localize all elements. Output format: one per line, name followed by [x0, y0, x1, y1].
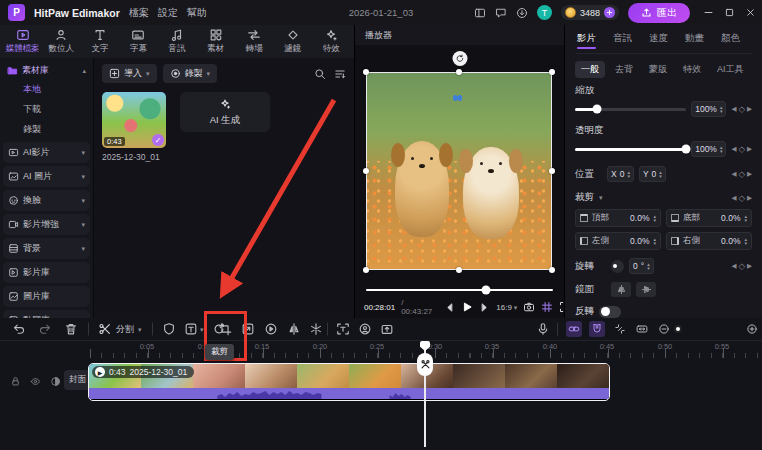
opacity-slider-knob[interactable] — [682, 145, 691, 154]
voiceover-mic-icon[interactable] — [536, 322, 550, 336]
media-clip-thumbnail[interactable]: 0:43 ✓ — [102, 92, 166, 148]
caption-frame-icon[interactable] — [336, 322, 350, 336]
sidebar-group-image-library[interactable]: 圖片庫 — [3, 286, 90, 307]
zoom-slider-knob[interactable] — [674, 325, 682, 333]
crop-top-field[interactable]: 頂部0.0%▴▾ — [575, 209, 661, 227]
import-button[interactable]: 導入▾ — [102, 64, 157, 83]
fit-timeline-icon[interactable] — [636, 323, 648, 335]
collapse-icon[interactable]: ▴ — [82, 67, 86, 74]
subtab-ai-tools[interactable]: AI工具 — [711, 61, 750, 78]
layout-panels-icon[interactable] — [474, 7, 486, 19]
freeze-frame-icon[interactable] — [309, 322, 323, 336]
stepper-icon[interactable]: ▴▾ — [653, 214, 656, 222]
stepper-icon[interactable]: ▴▾ — [744, 237, 747, 245]
rotate-value-field[interactable]: 0°▴▾ — [629, 258, 654, 274]
maximize-button[interactable] — [724, 7, 735, 18]
sidebar-item-recordings[interactable]: 錄製 — [3, 120, 90, 139]
scale-slider[interactable] — [575, 108, 686, 111]
menu-help[interactable]: 幫助 — [187, 6, 207, 20]
stepper-icon[interactable]: ▴▾ — [653, 237, 656, 245]
crop-left-field[interactable]: 左側0.0%▴▾ — [575, 232, 661, 250]
sort-list-icon[interactable] — [334, 68, 346, 80]
tab-audio-props[interactable]: 音訊 — [613, 32, 632, 48]
tab-elements[interactable]: 素材 — [197, 28, 235, 55]
scale-value-field[interactable]: 100%▴▾ — [691, 101, 726, 117]
video-frame[interactable] — [366, 72, 552, 270]
tab-video[interactable]: 影片 — [577, 32, 596, 48]
sidebar-item-downloads[interactable]: 下載 — [3, 100, 90, 119]
tab-subtitles[interactable]: 字幕 — [120, 28, 158, 55]
crop-bottom-field[interactable]: 底部0.0%▴▾ — [666, 209, 752, 227]
position-keyframe-controls[interactable]: ◀◇▶ — [731, 169, 752, 179]
reverse-toggle[interactable] — [599, 306, 621, 318]
sidebar-library-header[interactable]: 素材庫 ▴ — [3, 62, 90, 79]
playback-progress-bar[interactable] — [366, 289, 553, 292]
tab-animation[interactable]: 動畫 — [685, 32, 704, 48]
speed-icon[interactable] — [264, 322, 278, 336]
stepper-icon[interactable]: ▴▾ — [647, 262, 650, 270]
zoom-in-icon[interactable] — [746, 323, 758, 335]
subtab-general[interactable]: 一般 — [575, 61, 605, 78]
tab-effects[interactable]: 特效 — [313, 28, 351, 55]
stepper-icon[interactable]: ▴▾ — [720, 105, 723, 113]
selection-handle[interactable] — [549, 168, 555, 174]
menu-settings[interactable]: 設定 — [158, 6, 178, 20]
opacity-keyframe-controls[interactable]: ◀◇▶ — [731, 144, 752, 154]
undo-button[interactable] — [12, 322, 26, 336]
stepper-icon[interactable]: ▴▾ — [627, 170, 630, 178]
link-clips-icon[interactable] — [566, 321, 582, 337]
scale-slider-knob[interactable] — [593, 105, 602, 114]
export-frame-icon[interactable] — [380, 322, 394, 336]
export-button[interactable]: 匯出 — [628, 3, 690, 23]
mirror-flip-icon[interactable] — [287, 322, 301, 336]
tab-color[interactable]: 顏色 — [721, 32, 740, 48]
tab-speed[interactable]: 速度 — [649, 32, 668, 48]
subtab-mask[interactable]: 蒙版 — [643, 61, 673, 78]
prev-frame-button[interactable] — [444, 302, 455, 313]
tab-transitions[interactable]: 轉場 — [235, 28, 273, 55]
timeline-ruler[interactable]: 0:05 0:10 0:15 0:20 0:25 0:30 0:35 0:40 … — [0, 341, 762, 360]
subtab-remove-bg[interactable]: 去背 — [609, 61, 639, 78]
ai-generate-button[interactable]: AI 生成 — [180, 92, 270, 132]
menu-file[interactable]: 檔案 — [129, 6, 149, 20]
progress-knob[interactable] — [481, 286, 490, 295]
sidebar-item-local[interactable]: 本地 — [3, 80, 90, 99]
snapshot-icon[interactable] — [523, 301, 535, 313]
tab-audio[interactable]: 音訊 — [158, 28, 196, 55]
tab-text[interactable]: 文字 — [81, 28, 119, 55]
track-mute-icon[interactable] — [50, 376, 61, 387]
delete-button[interactable] — [64, 322, 78, 336]
sidebar-group-face-swap[interactable]: 換臉▾ — [3, 190, 90, 211]
crop-keyframe-controls[interactable]: ◀◇▶ — [731, 193, 752, 203]
flip-vertical-button[interactable] — [636, 282, 656, 297]
media-clip-card[interactable]: 0:43 ✓ 2025-12-30_01 — [102, 92, 166, 162]
selection-handle[interactable] — [363, 168, 369, 174]
subtab-effects[interactable]: 特效 — [677, 61, 707, 78]
cover-button[interactable]: 封面 — [64, 370, 91, 390]
selection-handle[interactable] — [363, 69, 369, 75]
add-coins-icon[interactable] — [604, 7, 615, 18]
stepper-icon[interactable]: ▴▾ — [720, 145, 723, 153]
mosaic-shield-icon[interactable] — [162, 322, 176, 336]
play-button[interactable] — [461, 301, 473, 313]
stepper-icon[interactable]: ▴▾ — [659, 170, 662, 178]
timeline-clip[interactable]: ▶ 0:43 2025-12-30_01 — [88, 363, 610, 401]
sidebar-group-video-library[interactable]: 影片庫 — [3, 262, 90, 283]
aspect-ratio-select[interactable]: 16:9▾ — [496, 303, 517, 312]
unlink-icon[interactable] — [614, 323, 626, 335]
magnet-snap-icon[interactable] — [589, 321, 605, 337]
user-avatar[interactable]: T — [537, 5, 552, 20]
sidebar-group-background[interactable]: 背景▾ — [3, 238, 90, 259]
close-button[interactable] — [745, 7, 756, 18]
sidebar-group-video-enhance[interactable]: 影片增強▾ — [3, 214, 90, 235]
tab-digital-human[interactable]: 數位人 — [43, 28, 81, 55]
selection-handle[interactable] — [549, 69, 555, 75]
download-icon[interactable] — [516, 7, 528, 19]
crop-right-field[interactable]: 右側0.0%▴▾ — [666, 232, 752, 250]
grid-overlay-icon[interactable] — [541, 301, 553, 313]
opacity-slider[interactable] — [575, 148, 686, 151]
selection-handle[interactable] — [363, 267, 369, 273]
selection-handle[interactable] — [456, 69, 462, 75]
position-y-field[interactable]: Y0▴▾ — [639, 166, 666, 182]
text-style-button[interactable]: ▾ — [184, 322, 204, 336]
